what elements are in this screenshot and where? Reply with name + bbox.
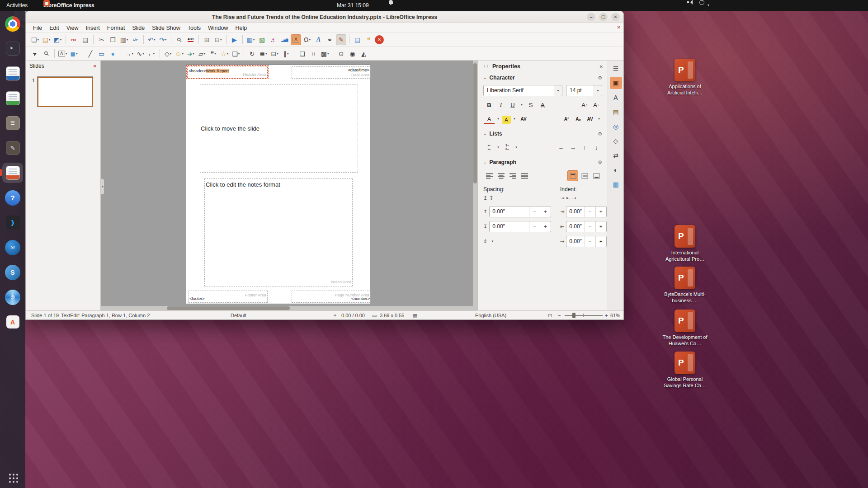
- gimp-icon[interactable]: ✎: [2, 138, 23, 158]
- slide-thumbnail[interactable]: [38, 77, 93, 107]
- below-spacing-icon[interactable]: ↧: [489, 195, 493, 201]
- tab-navigator[interactable]: ◎: [610, 120, 622, 132]
- horizontal-scrollbar[interactable]: [101, 306, 473, 310]
- menu-item[interactable]: Tools: [184, 23, 204, 33]
- ordered-list-dropdown-icon[interactable]: ▾: [514, 142, 519, 153]
- desktop-file-bytedance[interactable]: P ByteDance's Multi-business …: [660, 267, 710, 304]
- libreoffice-writer-icon[interactable]: [2, 63, 23, 84]
- tab-properties[interactable]: ▣: [610, 77, 622, 89]
- line-spacing-dropdown-icon[interactable]: ▾: [490, 236, 495, 247]
- insert-text-box-icon[interactable]: A: [291, 34, 301, 45]
- block-arrows-icon[interactable]: ➔ ▾: [185, 48, 196, 59]
- menu-item[interactable]: Edit: [46, 23, 63, 33]
- menu-item[interactable]: Slide Show: [148, 23, 184, 33]
- tab-animation[interactable]: ◐: [610, 164, 622, 176]
- spelling-icon[interactable]: ABC: [185, 34, 196, 45]
- zoom-slider[interactable]: [565, 315, 603, 316]
- page-number-placeholder[interactable]: Page Number Area <number>: [292, 291, 371, 303]
- spacing-dropdown-icon[interactable]: ▾: [596, 113, 602, 124]
- paragraph-settings-icon[interactable]: ⚙: [598, 160, 602, 165]
- print-icon[interactable]: ▤: [80, 34, 90, 45]
- horizontal-scrollbar-thumb[interactable]: [167, 306, 290, 310]
- character-collapse-icon[interactable]: ⌄: [483, 75, 487, 80]
- slides-panel-close-icon[interactable]: ✕: [93, 64, 97, 69]
- menu-item[interactable]: Insert: [82, 23, 104, 33]
- text-box-tool-icon[interactable]: A ▾: [57, 48, 68, 59]
- arrange-icon[interactable]: ⊟ ▾: [269, 48, 280, 59]
- libreoffice-impress-icon[interactable]: [2, 163, 23, 183]
- align-objects-icon[interactable]: ≣ ▾: [258, 48, 269, 59]
- move-down-button[interactable]: ↓: [591, 142, 602, 153]
- bold-button[interactable]: B: [484, 99, 495, 110]
- increase-button[interactable]: +: [540, 221, 551, 232]
- draw-functions-icon[interactable]: ✎: [336, 34, 346, 45]
- vertical-scrollbar[interactable]: [473, 61, 477, 306]
- demote-button[interactable]: →: [567, 142, 578, 153]
- title-bar[interactable]: The Rise and Future Trends of the Online…: [26, 11, 623, 23]
- tab-shapes[interactable]: ◇: [610, 135, 622, 147]
- menu-item[interactable]: File: [29, 23, 46, 33]
- insert-line-icon[interactable]: ╱: [85, 48, 95, 59]
- slide-image-placeholder[interactable]: Click to move the slide: [200, 84, 358, 173]
- fit-slide-icon[interactable]: ⊡: [548, 311, 552, 320]
- libreoffice-calc-icon[interactable]: [2, 88, 23, 108]
- menu-item[interactable]: Help: [231, 23, 250, 33]
- paste-icon[interactable]: ▥ ▾: [119, 34, 129, 45]
- close-document-icon[interactable]: ✕: [617, 25, 621, 30]
- select-icon[interactable]: ➤: [30, 48, 40, 59]
- 3d-objects-icon[interactable]: ❑ ▾: [231, 48, 241, 59]
- clone-formatting-icon[interactable]: ✑: [130, 34, 141, 45]
- font-color-button[interactable]: A: [484, 115, 495, 124]
- italic-button[interactable]: I: [495, 99, 506, 110]
- minimize-button[interactable]: –: [587, 13, 595, 21]
- special-character-icon[interactable]: Ω ▾: [302, 34, 312, 45]
- desktop-file-savings[interactable]: P Global Personal Savings Rate Ch…: [660, 352, 710, 389]
- new-icon[interactable]: ❏ ▾: [30, 34, 40, 45]
- basic-shapes-icon[interactable]: ◇ ▾: [163, 48, 173, 59]
- after-text-indent-field[interactable]: 0.00″ − +: [566, 221, 607, 232]
- superscript-button[interactable]: A²: [561, 113, 572, 124]
- switch-indent-icon[interactable]: ⇢: [572, 195, 576, 201]
- decrease-button[interactable]: −: [585, 236, 595, 247]
- insert-media-icon[interactable]: ♬: [268, 34, 278, 45]
- toggle-shadow-button[interactable]: A: [537, 99, 548, 110]
- subscript-button[interactable]: A₂: [573, 113, 584, 124]
- close-master-view-icon[interactable]: ✕: [375, 35, 384, 44]
- unordered-list-dropdown-icon[interactable]: ▾: [495, 142, 501, 153]
- snap-guides-icon[interactable]: ⊟ ▾: [213, 34, 223, 45]
- hyperlink-icon[interactable]: ⚭: [325, 34, 335, 45]
- desktop-file-agriculture[interactable]: P International Agricultural Pro…: [660, 225, 710, 263]
- tab-gallery[interactable]: ▤: [610, 106, 622, 118]
- character-spacing-button[interactable]: AV: [518, 113, 529, 124]
- decrease-font-size-button[interactable]: A↓: [591, 99, 602, 110]
- vertical-scrollbar-thumb[interactable]: [473, 63, 477, 183]
- zoom-slider-thumb[interactable]: [572, 313, 576, 318]
- header-placeholder[interactable]: <header>Work Report Header Area: [186, 65, 269, 79]
- decrease-button[interactable]: −: [529, 206, 540, 217]
- menu-item[interactable]: Format: [104, 23, 129, 33]
- redo-icon[interactable]: ↷ ▾: [158, 34, 168, 45]
- callouts-icon[interactable]: ❞ ▾: [208, 48, 218, 59]
- connectors-icon[interactable]: ⌐ ▾: [146, 48, 157, 59]
- rectangle-icon[interactable]: ▭: [96, 48, 107, 59]
- files-icon[interactable]: ☰: [2, 113, 23, 133]
- document-modified-icon[interactable]: ▦: [413, 311, 417, 320]
- increase-button[interactable]: +: [540, 206, 551, 217]
- notes-placeholder[interactable]: Click to edit the notes format Notes Are…: [204, 178, 353, 286]
- display-grid-icon[interactable]: ⊞: [202, 34, 212, 45]
- thunderbird-icon[interactable]: ✉: [2, 237, 23, 258]
- lines-arrows-icon[interactable]: → ▾: [124, 48, 134, 59]
- sidebar-grip-icon[interactable]: ⋮⋮: [482, 64, 489, 69]
- maximize-button[interactable]: ▢: [599, 13, 608, 21]
- zoom-out-icon[interactable]: −: [558, 311, 561, 320]
- lists-settings-icon[interactable]: ⚙: [598, 131, 602, 137]
- close-button[interactable]: ✕: [611, 13, 620, 21]
- zoom-percentage[interactable]: 61%: [610, 311, 620, 320]
- pane-splitter[interactable]: ◂: [101, 179, 104, 194]
- start-slideshow-icon[interactable]: ▶: [229, 34, 240, 45]
- increase-font-size-button[interactable]: A↑: [579, 99, 590, 110]
- undo-icon[interactable]: ↶ ▾: [146, 34, 157, 45]
- language-status[interactable]: English (USA): [475, 311, 506, 320]
- zoom-pan-icon[interactable]: ⚲: [41, 48, 52, 59]
- align-center-vertically-button[interactable]: [579, 170, 590, 181]
